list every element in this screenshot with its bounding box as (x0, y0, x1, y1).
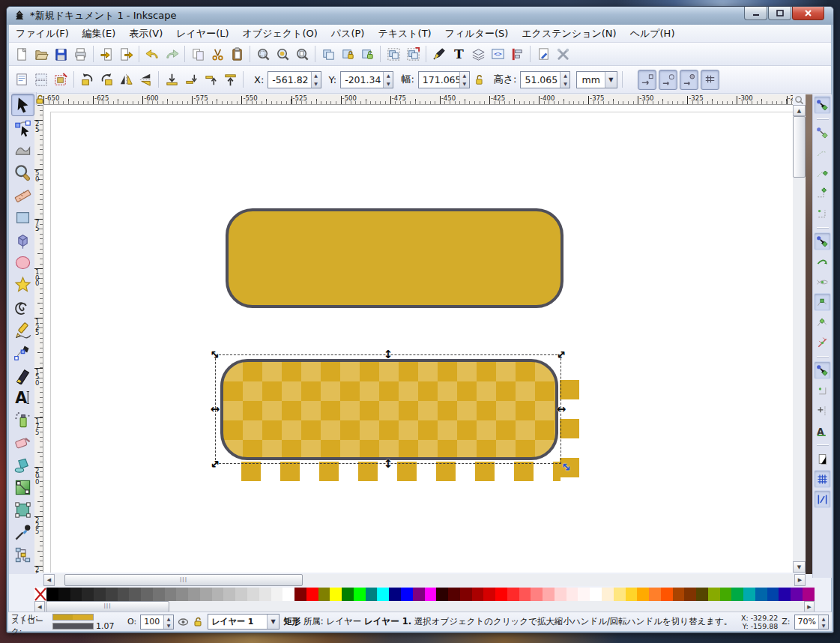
x-input[interactable]: -561.82▲▼ (268, 71, 321, 88)
palette-swatch-50[interactable] (637, 588, 649, 601)
pencil-button[interactable] (11, 319, 34, 341)
layer-dropdown-arrow[interactable]: ▼ (267, 615, 279, 629)
text-button[interactable]: A (11, 386, 34, 408)
palette-swatch-55[interactable] (696, 588, 708, 601)
measure-button[interactable] (11, 184, 34, 206)
zoom-page-button[interactable] (292, 44, 312, 64)
palette-swatch-32[interactable] (425, 588, 437, 601)
palette-swatch-39[interactable] (507, 588, 519, 601)
snap-midpoints-button[interactable] (814, 333, 831, 351)
palette-swatch-56[interactable] (708, 588, 720, 601)
palette-swatch-60[interactable] (755, 588, 767, 601)
spiral-button[interactable] (11, 296, 34, 319)
palette-swatch-63[interactable] (791, 588, 803, 601)
transform-gradient-button[interactable] (680, 70, 698, 90)
height-input[interactable]: 51.065▲▼ (520, 71, 570, 88)
y-input[interactable]: -201.34▲▼ (340, 71, 393, 88)
ungroup-button[interactable] (403, 44, 423, 64)
palette-swatch-8[interactable] (141, 588, 153, 601)
menu-item-6[interactable]: テキスト(T) (371, 25, 438, 43)
copy-button[interactable] (188, 44, 208, 64)
open-button[interactable] (31, 44, 51, 64)
box-3d-button[interactable] (11, 229, 34, 251)
palette-swatch-18[interactable] (259, 588, 271, 601)
vertical-scrollbar[interactable]: ▲ ▼ (793, 105, 806, 573)
scroll-down-arrow[interactable]: ▼ (793, 561, 806, 573)
gold-rounded-rectangle[interactable] (226, 208, 563, 308)
unit-dropdown-arrow[interactable]: ▼ (605, 72, 617, 88)
paint-bucket-button[interactable] (11, 453, 34, 476)
palette-swatch-62[interactable] (779, 588, 791, 601)
zoom-selection-button[interactable] (253, 44, 273, 64)
close-button[interactable] (792, 7, 824, 20)
palette-swatch-20[interactable] (282, 588, 294, 601)
zoom-button[interactable] (11, 161, 34, 184)
xml-editor-button[interactable]: <> (488, 44, 507, 64)
menu-item-3[interactable]: レイヤー(L) (169, 25, 235, 43)
canvas[interactable]: ↔↕↔↔↔↔↕↔ (43, 105, 793, 573)
stroke-swatch[interactable] (52, 623, 94, 630)
menu-item-5[interactable]: パス(P) (324, 25, 372, 43)
palette-swatch-40[interactable] (519, 588, 531, 601)
layers-dialog-button[interactable] (468, 44, 488, 64)
layer-visibility-icon[interactable] (178, 616, 189, 627)
palette-swatch-57[interactable] (720, 588, 732, 601)
palette-swatch-30[interactable] (401, 588, 413, 601)
palette-swatch-10[interactable] (165, 588, 177, 601)
redo-button[interactable] (162, 44, 181, 64)
palette-scroll-thumb[interactable]: III (46, 601, 169, 612)
palette-swatch-26[interactable] (354, 588, 366, 601)
palette-swatch-17[interactable] (247, 588, 259, 601)
palette-swatch-61[interactable] (767, 588, 779, 601)
snap-cusp-nodes-button[interactable] (814, 293, 831, 311)
palette-swatch-36[interactable] (472, 588, 484, 601)
transform-corners-button[interactable] (659, 70, 677, 90)
mesh-gradient-button[interactable] (11, 498, 34, 521)
palette-swatch-23[interactable] (318, 588, 330, 601)
clone-button[interactable] (338, 44, 357, 64)
palette-swatch-58[interactable] (731, 588, 743, 601)
zoom-input[interactable]: 70%▲▼ (794, 615, 829, 630)
menu-item-1[interactable]: 編集(E) (76, 25, 122, 43)
menu-item-9[interactable]: ヘルプ(H) (623, 25, 682, 43)
palette-swatch-35[interactable] (460, 588, 472, 601)
palette-swatch-27[interactable] (366, 588, 378, 601)
star-button[interactable] (11, 274, 34, 296)
width-input[interactable]: 171.065▲▼ (418, 71, 470, 88)
palette-swatch-3[interactable] (82, 588, 94, 601)
palette-swatch-5[interactable] (106, 588, 118, 601)
palette-swatch-6[interactable] (118, 588, 130, 601)
zoom-drawing-button[interactable] (273, 44, 292, 64)
unit-select[interactable]: mm▼ (576, 71, 617, 88)
snap-grids-button[interactable] (814, 470, 831, 488)
snap-object-centers-button[interactable] (814, 381, 831, 399)
menu-item-0[interactable]: ファイル(F) (9, 25, 76, 43)
tweak-button[interactable] (11, 139, 34, 161)
snap-path-intersections-button[interactable] (814, 273, 831, 291)
palette-scrollbar[interactable]: ◀ III ▶ (34, 601, 815, 612)
horizontal-scrollbar[interactable]: ◀ III ▶ (43, 574, 806, 586)
palette-swatch-45[interactable] (578, 588, 590, 601)
width-spinner[interactable]: ▲▼ (459, 72, 469, 88)
rotate-ccw-button[interactable] (77, 70, 97, 89)
palette-swatch-0[interactable] (46, 588, 58, 601)
layer-selector[interactable]: レイヤー 1▼ (208, 614, 280, 630)
palette-swatch-51[interactable] (649, 588, 661, 601)
snap-bbox-button[interactable] (814, 124, 831, 142)
palette-scroll-left-arrow[interactable]: ◀ (34, 601, 45, 612)
align-dialog-button[interactable] (507, 44, 527, 64)
snap-bbox-edges-button[interactable] (814, 144, 831, 162)
palette-swatch-13[interactable] (200, 588, 212, 601)
horizontal-ruler[interactable]: -650-625-600-575-550-525-500-475-450-425… (43, 94, 793, 105)
flip-horizontal-button[interactable] (116, 70, 136, 89)
palette-swatch-59[interactable] (743, 588, 755, 601)
spray-button[interactable] (11, 408, 34, 431)
y-spinner[interactable]: ▲▼ (383, 72, 393, 88)
palette-swatch-31[interactable] (413, 588, 425, 601)
deselect-button[interactable] (51, 70, 70, 89)
palette-swatch-53[interactable] (673, 588, 685, 601)
select-all-button[interactable] (12, 70, 31, 89)
palette-swatch-33[interactable] (436, 588, 448, 601)
lower-to-bottom-button[interactable] (162, 70, 181, 89)
opacity-input[interactable]: 100▲▼ (140, 615, 174, 630)
